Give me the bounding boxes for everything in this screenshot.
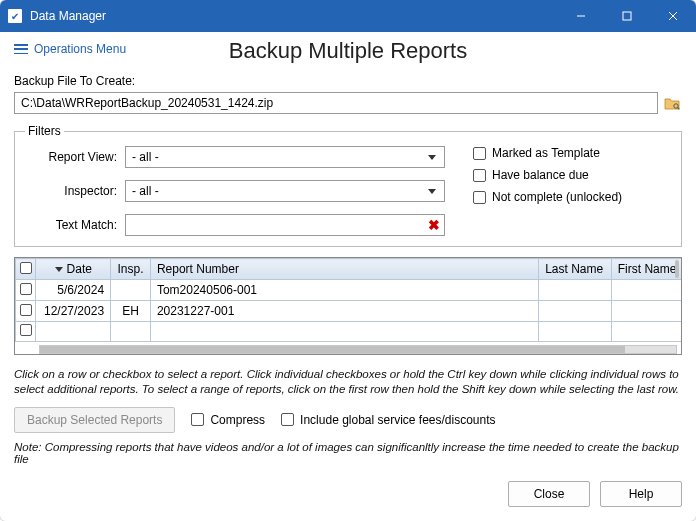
- table-row[interactable]: [16, 322, 683, 342]
- clear-text-match-icon[interactable]: ✖: [424, 217, 444, 233]
- filters-legend: Filters: [25, 124, 64, 138]
- compress-label: Compress: [210, 413, 265, 427]
- have-balance-label: Have balance due: [492, 168, 589, 182]
- help-button[interactable]: Help: [600, 481, 682, 507]
- col-last-name[interactable]: Last Name: [539, 259, 612, 280]
- table-row[interactable]: 5/6/2024 Tom20240506-001: [16, 280, 683, 301]
- grid-vertical-scrollbar[interactable]: [675, 260, 679, 278]
- close-button[interactable]: [650, 0, 696, 32]
- backup-selected-button[interactable]: Backup Selected Reports: [14, 407, 175, 433]
- svg-rect-1: [623, 12, 631, 20]
- operations-menu-label: Operations Menu: [34, 42, 126, 56]
- titlebar: ✔ Data Manager: [0, 0, 696, 32]
- marked-template-checkbox[interactable]: Marked as Template: [473, 146, 622, 160]
- compress-note: Note: Compressing reports that have vide…: [14, 441, 682, 465]
- filters-group: Filters Report View: - all - Inspector: …: [14, 124, 682, 247]
- col-date[interactable]: Date: [36, 259, 111, 280]
- window-title: Data Manager: [30, 9, 558, 23]
- backup-file-input[interactable]: [14, 92, 658, 114]
- operations-menu[interactable]: Operations Menu: [14, 42, 126, 56]
- include-fees-label: Include global service fees/discounts: [300, 413, 495, 427]
- sort-desc-icon: [55, 267, 63, 272]
- report-view-value: - all -: [132, 150, 159, 164]
- col-insp[interactable]: Insp.: [111, 259, 151, 280]
- select-all-checkbox[interactable]: [16, 259, 36, 280]
- row-checkbox[interactable]: [20, 283, 32, 295]
- marked-template-label: Marked as Template: [492, 146, 600, 160]
- include-fees-checkbox[interactable]: Include global service fees/discounts: [281, 413, 495, 427]
- reports-grid: Date Insp. Report Number Last Name First…: [14, 257, 682, 355]
- report-view-dropdown[interactable]: - all -: [125, 146, 445, 168]
- text-match-input[interactable]: [126, 215, 424, 235]
- instruction-text: Click on a row or checkbox to select a r…: [14, 367, 682, 397]
- compress-checkbox[interactable]: Compress: [191, 413, 265, 427]
- not-complete-label: Not complete (unlocked): [492, 190, 622, 204]
- report-view-label: Report View:: [25, 150, 125, 164]
- hamburger-icon: [14, 44, 28, 54]
- row-checkbox[interactable]: [20, 304, 32, 316]
- close-dialog-button[interactable]: Close: [508, 481, 590, 507]
- row-checkbox[interactable]: [20, 324, 32, 336]
- col-report-number[interactable]: Report Number: [150, 259, 538, 280]
- have-balance-checkbox[interactable]: Have balance due: [473, 168, 622, 182]
- table-row[interactable]: 12/27/2023 EH 20231227-001: [16, 301, 683, 322]
- col-first-name[interactable]: First Name: [611, 259, 682, 280]
- text-match-label: Text Match:: [25, 218, 125, 232]
- not-complete-checkbox[interactable]: Not complete (unlocked): [473, 190, 622, 204]
- inspector-label: Inspector:: [25, 184, 125, 198]
- app-icon: ✔: [8, 9, 22, 23]
- backup-file-label: Backup File To Create:: [14, 74, 682, 88]
- inspector-value: - all -: [132, 184, 159, 198]
- inspector-dropdown[interactable]: - all -: [125, 180, 445, 202]
- browse-folder-button[interactable]: [662, 93, 682, 113]
- maximize-button[interactable]: [604, 0, 650, 32]
- grid-horizontal-scrollbar[interactable]: [39, 345, 677, 354]
- minimize-button[interactable]: [558, 0, 604, 32]
